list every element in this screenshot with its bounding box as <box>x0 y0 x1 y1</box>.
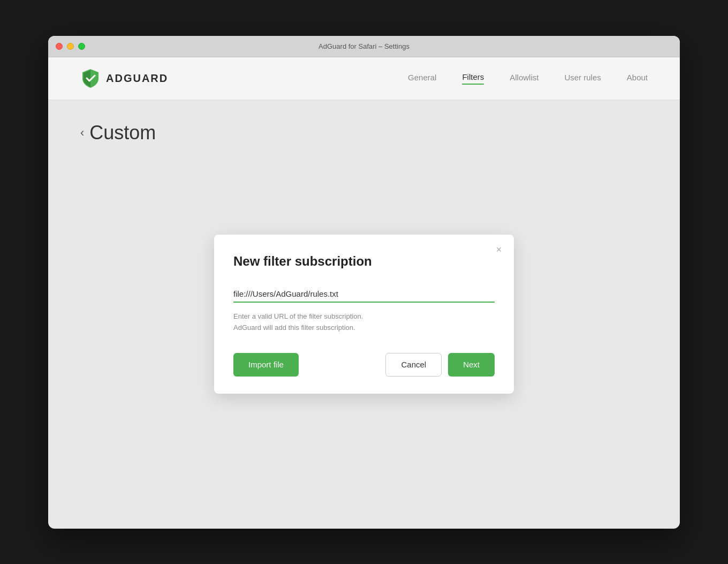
maximize-button[interactable] <box>78 43 85 50</box>
url-input[interactable] <box>233 286 495 303</box>
close-button[interactable] <box>56 43 63 50</box>
nav-allowlist[interactable]: Allowlist <box>510 73 539 84</box>
url-input-container <box>233 286 495 303</box>
modal-title: New filter subscription <box>233 254 495 269</box>
main-nav: General Filters Allowlist User rules Abo… <box>408 72 648 85</box>
help-text: Enter a valid URL of the filter subscrip… <box>233 311 495 334</box>
title-bar: AdGuard for Safari – Settings <box>48 36 680 57</box>
new-filter-modal: × New filter subscription Enter a valid … <box>214 235 514 394</box>
nav-filters[interactable]: Filters <box>462 72 484 85</box>
next-button[interactable]: Next <box>448 353 495 377</box>
modal-actions: Import file Cancel Next <box>233 353 495 377</box>
logo-icon <box>80 68 101 88</box>
modal-overlay: × New filter subscription Enter a valid … <box>48 100 680 529</box>
traffic-lights <box>56 43 85 50</box>
window-title: AdGuard for Safari – Settings <box>318 42 410 50</box>
header: ADGUARD General Filters Allowlist User r… <box>48 57 680 100</box>
nav-general[interactable]: General <box>408 73 436 84</box>
minimize-button[interactable] <box>67 43 74 50</box>
nav-about[interactable]: About <box>627 73 648 84</box>
app-window: AdGuard for Safari – Settings ADGUARD Ge… <box>48 36 680 529</box>
help-line2: AdGuard will add this filter subscriptio… <box>233 324 355 332</box>
main-content: ‹ Custom × New filter subscription Enter… <box>48 100 680 529</box>
logo: ADGUARD <box>80 68 168 88</box>
logo-text: ADGUARD <box>106 72 168 85</box>
nav-user-rules[interactable]: User rules <box>564 73 601 84</box>
modal-close-button[interactable]: × <box>492 243 505 256</box>
modal-actions-right: Cancel Next <box>385 353 495 377</box>
cancel-button[interactable]: Cancel <box>385 353 442 377</box>
import-file-button[interactable]: Import file <box>233 353 299 377</box>
help-line1: Enter a valid URL of the filter subscrip… <box>233 312 363 320</box>
